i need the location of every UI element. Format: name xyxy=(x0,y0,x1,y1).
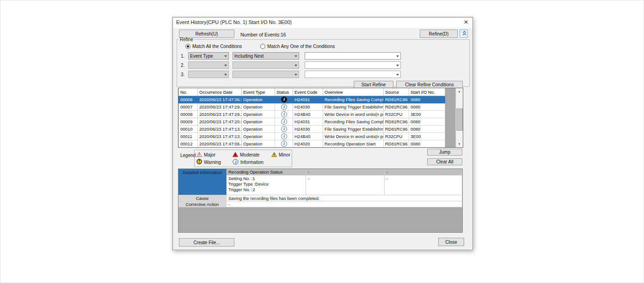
cell-date: 2020/06/23 17:47:29.219 xyxy=(198,111,242,118)
cell-no: 00007 xyxy=(179,103,198,111)
legend-item-information: iInformation xyxy=(233,159,271,166)
table-row[interactable]: 000072020/06/23 17:47:29.219OperationiH2… xyxy=(179,103,445,111)
cell-type: Operation xyxy=(242,111,275,118)
legend-label: Legend xyxy=(180,153,196,158)
cell-no: 00006 xyxy=(179,96,198,103)
table-row[interactable]: 000132020/06/23 17:47:06.201OperationiH2… xyxy=(179,148,445,148)
condition-field-select[interactable] xyxy=(188,71,229,78)
cell-no: 00008 xyxy=(179,111,198,118)
cell-source: R32CPU xyxy=(384,133,409,140)
cell-date: 2020/06/23 17:47:29.219 xyxy=(198,103,242,111)
cell-code: H24031 xyxy=(293,118,323,126)
cell-type: Operation xyxy=(242,140,275,148)
cell-overview: Write Device in word units(n points) xyxy=(323,133,384,140)
table-row[interactable]: 000082020/06/23 17:47:29.219OperationiH2… xyxy=(179,111,445,118)
dialog-titlebar[interactable]: Event History(CPU (PLC No. 1) Start I/O … xyxy=(173,18,472,28)
column-header-start-i-o-no-[interactable]: Start I/O No. xyxy=(409,88,445,96)
cell-source: RD81RC96 xyxy=(384,96,409,103)
cell-status: i xyxy=(275,96,293,103)
detail-row1-col2: - xyxy=(306,169,385,175)
scrollbar-thumb[interactable] xyxy=(456,108,463,131)
cell-status: i xyxy=(275,140,293,148)
condition-value-combo[interactable] xyxy=(305,71,401,78)
condition-operator-select[interactable]: Including Next xyxy=(233,52,299,60)
column-header-event-type[interactable]: Event Type xyxy=(242,88,275,96)
create-file-button[interactable]: Create File... xyxy=(179,238,234,247)
detail-row1-col3: - xyxy=(385,169,462,175)
cell-date: 2020/06/23 17:47:13.146 xyxy=(198,133,242,140)
scroll-up-icon[interactable]: ▲ xyxy=(456,88,463,95)
vertical-scrollbar[interactable]: ▲ ▼ xyxy=(455,88,463,147)
radio-unselected-icon xyxy=(260,44,265,49)
chevron-down-icon xyxy=(396,74,399,77)
column-header-occurrence-date[interactable]: Occurrence Date xyxy=(198,88,242,96)
clear-all-button[interactable]: Clear All xyxy=(427,158,462,165)
table-row[interactable]: 000112020/06/23 17:47:13.146OperationiH2… xyxy=(179,133,445,140)
minor-icon: ! xyxy=(271,152,277,158)
legend-item-label: Moderate xyxy=(240,152,259,157)
legend-item-moderate: !Moderate xyxy=(233,152,271,158)
condition-number: 3. xyxy=(181,72,184,77)
column-header-overview[interactable]: Overview xyxy=(323,88,384,96)
cell-io: 0080 xyxy=(409,96,445,103)
legend-item-label: Major xyxy=(204,152,215,157)
legend-item-label: Minor xyxy=(279,152,290,157)
cause-value: Saving the recording files has been comp… xyxy=(227,195,462,201)
cell-status: i xyxy=(275,111,293,118)
cell-source: RD81RC96 xyxy=(384,118,409,126)
column-header-event-code[interactable]: Event Code xyxy=(293,88,323,96)
radio-match-all[interactable]: Match All the Conditions xyxy=(185,44,242,49)
column-header-no-[interactable]: No. xyxy=(179,88,198,96)
legend-item-label: Warning xyxy=(204,160,221,165)
close-button[interactable]: Close xyxy=(438,238,464,246)
condition-value-combo[interactable] xyxy=(305,52,401,60)
page-background: Event History(CPU (PLC No. 1) Start I/O … xyxy=(0,0,644,283)
legend-item-minor: !Minor xyxy=(271,152,290,158)
cell-date: 2020/06/23 17:47:36.992 xyxy=(198,96,242,103)
radio-match-any[interactable]: Match Any One of the Conditions xyxy=(260,44,335,49)
condition-operator-select[interactable] xyxy=(233,71,299,78)
condition-field-select[interactable]: Event Type xyxy=(188,52,229,60)
cell-type: Operation xyxy=(242,133,275,140)
table-row[interactable]: 000062020/06/23 17:47:36.992OperationiH2… xyxy=(179,96,445,103)
column-header-source[interactable]: Source xyxy=(384,88,409,96)
cell-source: RD81RC96 xyxy=(384,103,409,111)
table-row[interactable]: 000122020/06/23 17:47:06.442OperationiH2… xyxy=(179,140,445,148)
information-icon: i xyxy=(281,96,287,102)
cell-code: H24030 xyxy=(293,126,323,133)
condition-number: 1. xyxy=(181,54,184,59)
close-icon[interactable]: ✕ xyxy=(464,19,468,25)
cell-type: Operation xyxy=(242,96,275,103)
information-icon: i xyxy=(233,159,239,166)
double-chevron-up-icon xyxy=(462,30,467,37)
information-icon: i xyxy=(281,126,287,132)
event-table-header-row: No.Occurrence DateEvent TypeStatusEvent … xyxy=(179,88,445,96)
svg-text:!: ! xyxy=(198,160,200,164)
table-row[interactable]: 000092020/06/23 17:47:20.909OperationiH2… xyxy=(179,118,445,126)
condition-operator-select[interactable] xyxy=(233,61,299,69)
cell-type: Operation xyxy=(242,103,275,111)
moderate-icon: ! xyxy=(233,152,238,158)
scroll-down-icon[interactable]: ▼ xyxy=(456,141,463,147)
condition-row: 1.Event TypeIncluding Next xyxy=(177,52,469,60)
chevron-down-icon xyxy=(224,74,227,77)
cell-no: 00010 xyxy=(179,126,198,133)
jump-button[interactable]: Jump xyxy=(427,149,462,156)
cell-date: 2020/06/23 17:47:13.146 xyxy=(198,126,242,133)
condition-value-combo[interactable] xyxy=(305,61,401,69)
cause-label: Cause xyxy=(178,195,227,201)
event-table: No.Occurrence DateEvent TypeStatusEvent … xyxy=(178,88,463,148)
cell-no: 00011 xyxy=(179,133,198,140)
table-row[interactable]: 000102020/06/23 17:47:13.146OperationiH2… xyxy=(179,126,445,133)
legend-item-major: !Major xyxy=(196,152,233,158)
chevron-down-icon xyxy=(294,65,297,68)
cell-code: H24B40 xyxy=(293,133,323,140)
condition-field-select[interactable] xyxy=(188,61,229,69)
cell-no: 00013 xyxy=(179,148,198,148)
condition-number: 2. xyxy=(181,63,184,68)
cell-source: R32CPU xyxy=(384,148,409,148)
column-header-status[interactable]: Status xyxy=(275,88,293,96)
event-table-body: 000062020/06/23 17:47:36.992OperationiH2… xyxy=(179,96,445,148)
legend-box: !Major!Moderate!Minor!WarningiInformatio… xyxy=(194,150,292,167)
condition-row: 3. xyxy=(177,71,469,78)
